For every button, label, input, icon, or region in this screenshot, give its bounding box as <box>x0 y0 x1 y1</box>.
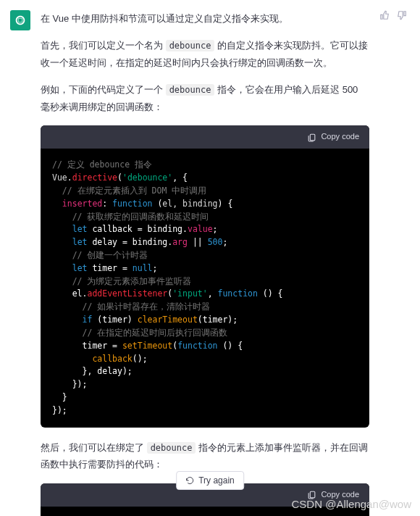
clipboard-icon <box>307 133 316 142</box>
svg-rect-1 <box>311 491 316 498</box>
code-content: // 定义 debounce 指令 Vue.directive('debounc… <box>41 149 369 427</box>
code-block-1: Copy code // 定义 debounce 指令 Vue.directiv… <box>41 125 369 427</box>
feedback-actions <box>379 10 407 516</box>
paragraph-1: 首先，我们可以定义一个名为 debounce 的自定义指令来实现防抖。它可以接收… <box>41 37 369 71</box>
svg-rect-0 <box>311 134 316 141</box>
try-again-button[interactable]: Try again <box>176 471 244 490</box>
refresh-icon <box>185 476 194 485</box>
copy-code-button[interactable]: Copy code <box>41 125 369 149</box>
inline-code: debounce <box>166 84 215 96</box>
thumbs-up-icon[interactable] <box>379 10 390 20</box>
paragraph-2: 例如，下面的代码定义了一个 debounce 指令，它会在用户输入后延迟 500… <box>41 81 369 115</box>
watermark-text: CSDN @Allengan@wow <box>291 498 411 510</box>
paragraph-intro: 在 Vue 中使用防抖和节流可以通过定义自定义指令来实现。 <box>41 10 369 27</box>
paragraph-3: 然后，我们可以在绑定了 debounce 指令的元素上添加事件监听器，并在回调函… <box>41 439 369 473</box>
message-content: 在 Vue 中使用防抖和节流可以通过定义自定义指令来实现。 首先，我们可以定义一… <box>41 10 369 516</box>
inline-code: debounce <box>166 40 215 51</box>
thumbs-down-icon[interactable] <box>397 10 407 20</box>
inline-code: debounce <box>147 442 196 454</box>
openai-icon <box>14 14 27 27</box>
assistant-avatar <box>10 10 30 30</box>
